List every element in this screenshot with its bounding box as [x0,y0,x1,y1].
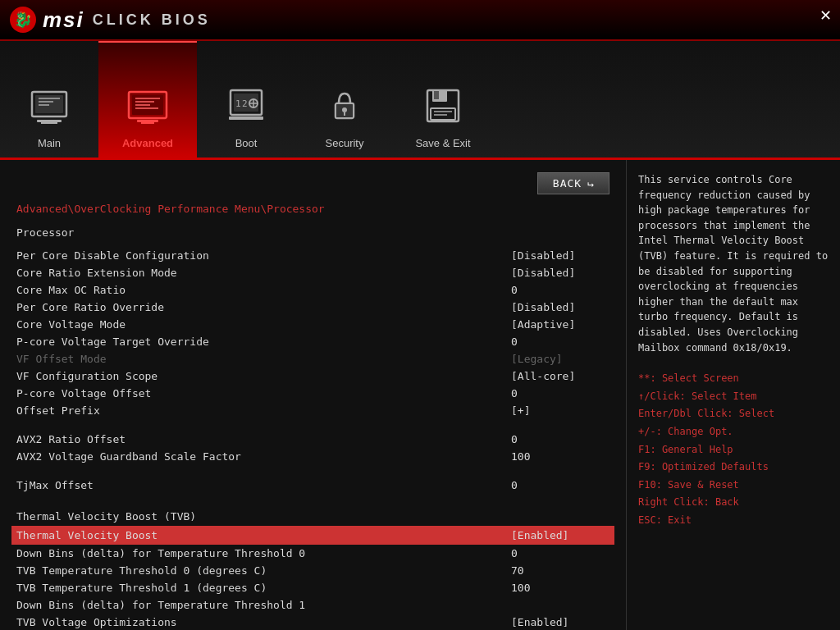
list-item[interactable]: Per Core Disable Configuration [Disabled… [16,247,609,264]
svg-rect-4 [37,120,62,122]
tvb-settings-list: Thermal Velocity Boost [Enabled] Down Bi… [16,526,609,630]
main-icon [25,81,74,130]
list-item[interactable]: TVB Temperature Threshold 0 (degrees C) … [16,562,609,579]
tab-boot[interactable]: 1 2 Boot [197,41,295,158]
list-item[interactable]: TVB Temperature Threshold 1 (degrees C) … [16,579,609,596]
security-icon [320,81,369,130]
click-bios-text: CLICK BIOS [93,11,211,29]
list-item[interactable]: P-core Voltage Offset 0 [16,385,609,402]
back-arrow-icon: ↵ [587,177,594,189]
svg-rect-31 [434,91,439,99]
svg-rect-32 [431,108,455,120]
svg-rect-19 [229,116,263,120]
list-item[interactable]: TjMax Offset 0 [16,477,609,494]
settings-list: Per Core Disable Configuration [Disabled… [16,247,609,419]
list-item[interactable]: P-core Voltage Target Override 0 [16,333,609,350]
breadcrumb: Advanced\OverClocking Performance Menu\P… [16,203,609,215]
tab-main-label: Main [38,137,61,149]
list-item[interactable]: Core Max OC Ratio 0 [16,281,609,299]
back-btn-row: BACK ↵ [16,172,609,194]
keybind-row: F1: General Help [638,441,829,459]
boot-icon: 1 2 [221,81,271,130]
section-title: Processor [16,226,609,239]
tab-main[interactable]: Main [0,41,98,158]
save-exit-icon [418,81,468,130]
msi-logo-text: msi [43,7,84,33]
settings-list-3: TjMax Offset 0 [16,477,609,494]
list-item[interactable]: Offset Prefix [+] [16,402,609,419]
tab-save-exit-label: Save & Exit [415,137,470,149]
list-item[interactable]: Per Core Ratio Override [Disabled] [16,299,609,316]
main-content: BACK ↵ Advanced\OverClocking Performance… [0,160,840,630]
list-item[interactable]: Core Ratio Extension Mode [Disabled] [16,264,609,281]
list-item[interactable]: Thermal Velocity Boost [Enabled] [11,526,614,545]
list-item[interactable]: AVX2 Ratio Offset 0 [16,431,609,448]
list-item[interactable]: Down Bins (delta) for Temperature Thresh… [16,545,609,562]
list-item[interactable]: TVB Voltage Optimizations [Enabled] [16,614,609,630]
tab-advanced-label: Advanced [122,137,173,149]
right-panel: This service controls Core frequency red… [627,160,840,630]
tab-security[interactable]: Security [295,41,394,158]
close-button[interactable]: ✕ [819,8,832,23]
nav-bar: Main Advanced 1 2 [0,41,840,160]
svg-text:2: 2 [242,98,248,109]
keybind-row: F9: Optimized Defaults [638,459,829,477]
help-text: This service controls Core frequency red… [638,172,829,355]
left-panel: BACK ↵ Advanced\OverClocking Performance… [0,160,627,630]
list-item[interactable]: Core Voltage Mode [Adaptive] [16,316,609,333]
tvb-section-title: Thermal Velocity Boost (TVB) [16,510,609,523]
logo: 🐉 msi CLICK BIOS [8,5,211,34]
tab-save-exit[interactable]: Save & Exit [394,41,492,158]
msi-dragon-icon: 🐉 [8,5,38,34]
keybind-row: Right Click: Back [638,494,829,512]
header: 🐉 msi CLICK BIOS ✕ [0,0,840,41]
svg-text:1: 1 [235,98,241,109]
tab-advanced[interactable]: Advanced [98,41,197,158]
back-button[interactable]: BACK ↵ [537,172,609,194]
tab-security-label: Security [326,137,364,149]
svg-rect-15 [137,120,158,122]
keybind-section: **: Select Screen ↑/Click: Select Item E… [638,370,829,529]
svg-rect-5 [41,122,57,124]
svg-rect-16 [141,122,154,124]
advanced-icon [123,81,172,130]
back-label: BACK [553,177,582,189]
keybind-row: +/-: Change Opt. [638,423,829,441]
keybind-row: F10: Save & Reset [638,477,829,495]
svg-text:🐉: 🐉 [14,11,33,29]
list-item: VF Offset Mode [Legacy] [16,350,609,368]
keybind-row: ESC: Exit [638,512,829,530]
list-item[interactable]: AVX2 Voltage Guardband Scale Factor 100 [16,448,609,465]
tab-boot-label: Boot [235,137,258,149]
svg-point-27 [342,107,347,112]
settings-list-2: AVX2 Ratio Offset 0 AVX2 Voltage Guardba… [16,431,609,465]
keybind-row: **: Select Screen [638,370,829,388]
keybind-row: Enter/Dbl Click: Select [638,405,829,423]
list-item[interactable]: VF Configuration Scope [All-core] [16,368,609,385]
keybind-row: ↑/Click: Select Item [638,388,829,406]
list-item[interactable]: Down Bins (delta) for Temperature Thresh… [16,596,609,614]
